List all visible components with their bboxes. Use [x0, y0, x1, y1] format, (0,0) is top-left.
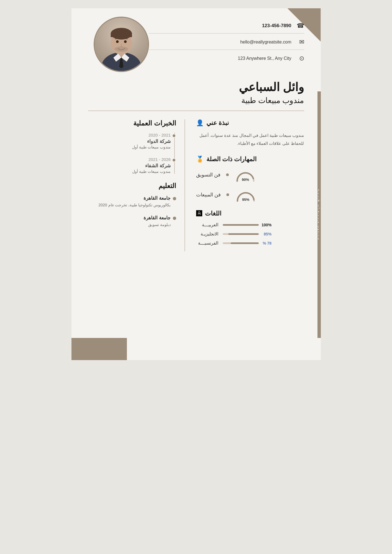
languages-section: اللغات 🅰 100% العربيـــة: [196, 210, 304, 246]
exp-year-2: 2026 - 2021: [88, 157, 171, 162]
skills-section: المهارات ذات الصلة 🏅 90%: [196, 156, 304, 202]
left-column: الخبرات العملية 2021 - 2020 شركة الدواء …: [88, 119, 185, 251]
lang-name-arabic: العربيـــة: [196, 222, 218, 227]
svg-point-7: [116, 40, 119, 43]
lang-name-english: الانجليزيـة: [196, 231, 218, 237]
skill-arc-marketing: 90%: [234, 168, 257, 182]
corner-decoration-bottom: [71, 338, 127, 360]
experience-timeline: 2021 - 2020 شركة الدواء مندوب مبيعات طبي…: [88, 133, 176, 174]
email-icon: ✉: [296, 39, 304, 46]
right-column: نبذة عني 👤 مندوب مبيعات طبية اعمل في الم…: [196, 119, 304, 251]
contact-phone-item: ☎ 123-456-7890: [149, 22, 304, 34]
timeline-dot-1: [172, 134, 176, 138]
lang-name-french: الفرنسيـــة: [196, 240, 218, 246]
exp-company-2: شركة الشفاء: [88, 163, 171, 169]
job-title: مندوب مبيعات طبية: [88, 96, 304, 105]
about-text: مندوب مبيعات طبية اعمل في المجال منذ عدة…: [196, 132, 304, 147]
lang-bar-english: 85%: [223, 232, 271, 236]
edu-item-2: جامعة القاهرة دبلومة تسويق: [88, 215, 176, 228]
skill-dot-marketing: [226, 173, 229, 176]
lang-bar-bg-english: [223, 233, 259, 235]
phone-icon: ☎: [296, 22, 304, 29]
address-text: 123 Anywhere St., Any City: [238, 56, 291, 61]
skill-item-sales: 95% فن المبيعات: [196, 188, 304, 202]
education-section: التعليم جامعة القاهرة بكالوريوس تكنولوجي…: [88, 182, 176, 228]
photo-placeholder: [95, 18, 148, 71]
experience-title: الخبرات العملية: [88, 119, 176, 127]
name-section: وائل السباعي مندوب مبيعات طبية: [71, 78, 321, 111]
skill-name-marketing: فن التسويق: [196, 172, 221, 178]
edu-degree-1: بكالوريوس تكنولوجيا طبية، تخرجت عام 2020: [88, 202, 171, 208]
lang-bar-bg-arabic: [223, 224, 259, 226]
lang-bar-bg-french: [223, 242, 259, 244]
skills-icon: 🏅: [196, 156, 204, 163]
timeline-item-2: 2026 - 2021 شركة الشفاء مندوب مبيعات طبي…: [88, 157, 171, 174]
main-content: نبذة عني 👤 مندوب مبيعات طبية اعمل في الم…: [71, 111, 321, 260]
skill-percent-sales: 95%: [242, 198, 249, 202]
exp-role-2: مندوب مبيعات طبية أول: [88, 169, 171, 174]
svg-point-8: [124, 40, 127, 43]
about-section-title-container: نبذة عني 👤: [196, 119, 304, 127]
lang-bar-fill-english: [228, 233, 259, 235]
header-section: ☎ 123-456-7890 ✉ hello@reallygreatsite.c…: [71, 8, 321, 78]
phone-number: 123-456-7890: [262, 23, 291, 29]
exp-role-1: مندوب مبيعات طبية أول: [88, 145, 171, 149]
timeline-dot-2: [172, 158, 176, 162]
about-icon: 👤: [196, 119, 204, 127]
contact-info: ☎ 123-456-7890 ✉ hello@reallygreatsite.c…: [149, 17, 304, 66]
resume-page: مـنـدوب مـبـيـعـات طـبـيـة ☎ 123-456-789…: [71, 8, 321, 360]
edu-degree-2: دبلومة تسويق: [88, 222, 171, 228]
skill-name-sales: فن المبيعات: [196, 192, 221, 198]
exp-company-1: شركة الدواء: [88, 138, 171, 144]
timeline-item-1: 2021 - 2020 شركة الدواء مندوب مبيعات طبي…: [88, 133, 171, 149]
lang-percent-english: 85%: [261, 232, 271, 236]
location-icon: ⊙: [296, 55, 304, 62]
exp-year-1: 2021 - 2020: [88, 133, 171, 137]
about-title: نبذة عني: [206, 119, 229, 127]
languages-section-title-container: اللغات 🅰: [196, 210, 304, 217]
experience-section: الخبرات العملية 2021 - 2020 شركة الدواء …: [88, 119, 176, 174]
email-address: hello@reallygreatsite.com: [240, 40, 291, 45]
skill-item-marketing: 90% فن التسويق: [196, 168, 304, 182]
languages-title: اللغات: [205, 210, 221, 217]
svg-point-9: [114, 47, 128, 52]
contact-email-item: ✉ hello@reallygreatsite.com: [149, 39, 304, 50]
edu-dot-1: [173, 197, 176, 200]
svg-rect-6: [111, 33, 132, 37]
skills-title: المهارات ذات الصلة: [206, 156, 257, 163]
side-decoration-text: مـنـدوب مـبـيـعـات طـبـيـة: [317, 189, 321, 240]
languages-icon: 🅰: [196, 210, 202, 217]
right-border-decoration: مـنـدوب مـبـيـعـات طـبـيـة: [317, 91, 321, 338]
lang-percent-arabic: 100%: [261, 223, 271, 227]
contact-address-item: ⊙ 123 Anywhere St., Any City: [149, 55, 304, 66]
language-english: 85% الانجليزيـة: [196, 231, 304, 237]
skill-dot-sales: [226, 193, 229, 196]
edu-university-1: جامعة القاهرة: [88, 195, 171, 201]
profile-photo: [94, 17, 149, 72]
lang-percent-french: 78 %: [261, 241, 271, 245]
skill-percent-marketing: 90%: [242, 178, 249, 182]
skills-section-title-container: المهارات ذات الصلة 🏅: [196, 156, 304, 163]
lang-bar-arabic: 100%: [223, 223, 271, 227]
lang-bar-fill-french: [231, 242, 259, 244]
lang-bar-french: 78 %: [223, 241, 271, 245]
education-title: التعليم: [88, 182, 176, 190]
edu-item-1: جامعة القاهرة بكالوريوس تكنولوجيا طبية، …: [88, 195, 176, 208]
skill-arc-sales: 95%: [235, 188, 257, 202]
lang-bar-fill-arabic: [223, 224, 259, 226]
language-arabic: 100% العربيـــة: [196, 222, 304, 227]
edu-dot-2: [173, 217, 176, 220]
full-name: وائل السباعي: [88, 80, 304, 94]
language-french: 78 % الفرنسيـــة: [196, 240, 304, 246]
edu-university-2: جامعة القاهرة: [88, 215, 171, 221]
